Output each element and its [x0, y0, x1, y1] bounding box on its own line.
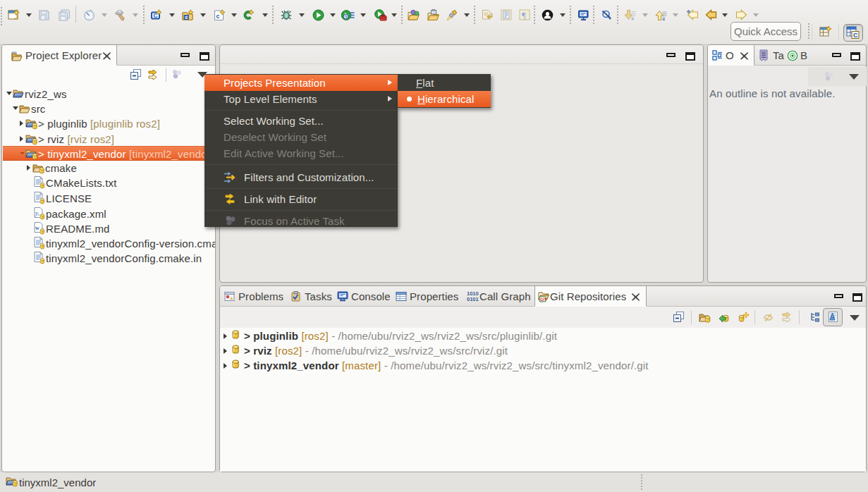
svg-text:c: c: [216, 13, 220, 20]
svg-text:C: C: [154, 12, 158, 19]
svg-text:w: w: [35, 225, 39, 231]
svg-text:¶: ¶: [522, 10, 526, 20]
svg-text:c: c: [185, 15, 188, 20]
svg-text:GIT: GIT: [540, 297, 547, 302]
svg-text:y,: y,: [35, 209, 39, 216]
svg-text:C: C: [853, 32, 858, 39]
